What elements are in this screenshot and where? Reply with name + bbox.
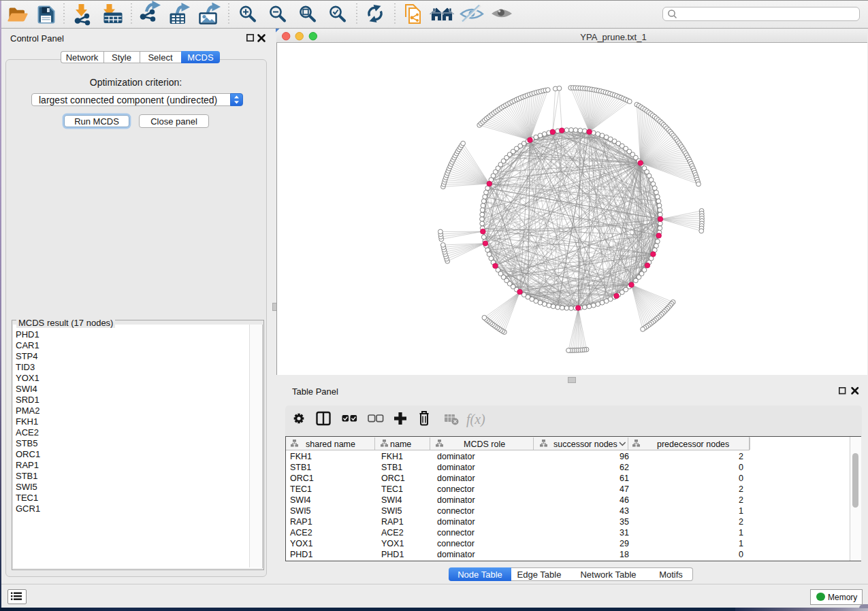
svg-text:f(x): f(x) [466,412,485,427]
